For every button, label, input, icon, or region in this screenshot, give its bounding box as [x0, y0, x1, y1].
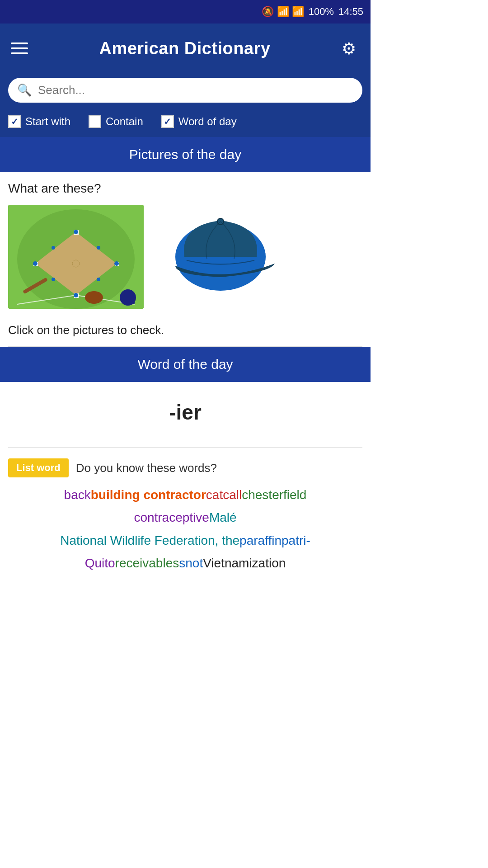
start-with-checkbox[interactable]: [8, 115, 21, 128]
word-contraceptive[interactable]: contraceptive: [134, 510, 209, 524]
list-word-row: List word Do you know these words?: [8, 458, 362, 477]
word-chesterfield[interactable]: chesterfield: [242, 488, 306, 502]
svg-point-7: [72, 260, 80, 267]
word-contractor[interactable]: contractor: [143, 488, 206, 502]
svg-rect-21: [126, 300, 135, 304]
app-header: American Dictionary ⚙: [0, 24, 371, 73]
word-building[interactable]: building: [91, 488, 140, 502]
word-section-header-text: Word of the day: [137, 357, 233, 372]
filter-row: Start with Contain Word of day: [0, 111, 371, 137]
do-you-know-text: Do you know these words?: [76, 461, 217, 475]
word-national-wildlife[interactable]: National Wildlife Federation, the: [60, 533, 239, 547]
svg-point-16: [52, 278, 55, 281]
svg-point-14: [52, 246, 55, 250]
svg-point-12: [33, 261, 38, 266]
svg-point-10: [74, 230, 78, 234]
app-title: American Dictionary: [99, 39, 270, 58]
list-word-badge[interactable]: List word: [8, 458, 69, 477]
filter-contain[interactable]: Contain: [89, 115, 143, 128]
search-container: 🔍: [0, 73, 371, 111]
svg-point-11: [114, 261, 119, 266]
start-with-label: Start with: [25, 115, 70, 128]
pictures-header-text: Pictures of the day: [129, 147, 241, 162]
word-of-day-display: -ier: [0, 382, 371, 447]
word-of-day-label: Word of day: [178, 115, 237, 128]
word-of-day-header[interactable]: Word of the day: [0, 347, 371, 382]
baseball-field-image[interactable]: [8, 205, 144, 309]
word-catcall[interactable]: catcall: [206, 488, 242, 502]
status-icons: 🔕 📶 📶: [262, 6, 304, 18]
baseball-cap-image[interactable]: [153, 205, 288, 309]
list-word-section: List word Do you know these words? backb…: [0, 448, 371, 586]
settings-icon[interactable]: ⚙: [342, 39, 360, 57]
word-vietnamization[interactable]: Vietnamization: [203, 556, 286, 570]
battery-level: 100%: [309, 6, 334, 18]
search-box: 🔍: [8, 78, 362, 103]
word-patri[interactable]: patri-: [282, 533, 310, 547]
word-snot[interactable]: snot: [179, 556, 203, 570]
search-icon: 🔍: [17, 83, 32, 97]
word-male[interactable]: Malé: [209, 510, 237, 524]
filter-word-of-day[interactable]: Word of day: [161, 115, 237, 128]
word-cloud: backbuilding contractorcatcallchesterfie…: [8, 484, 362, 575]
svg-point-13: [74, 293, 78, 297]
word-of-day-checkbox[interactable]: [161, 115, 174, 128]
pictures-row: [0, 200, 371, 318]
click-instruction: Click on the pictures to check.: [0, 318, 371, 346]
contain-checkbox[interactable]: [89, 115, 101, 128]
status-time: 14:55: [338, 6, 363, 18]
svg-point-17: [97, 278, 100, 281]
svg-point-15: [97, 246, 100, 250]
word-quito[interactable]: Quito: [85, 556, 115, 570]
menu-button[interactable]: [11, 42, 28, 54]
pictures-section-header[interactable]: Pictures of the day: [0, 137, 371, 172]
what-are-these-text: What are these?: [0, 172, 371, 200]
word-paraffin[interactable]: paraffin: [239, 533, 282, 547]
word-back[interactable]: back: [64, 488, 91, 502]
contain-label: Contain: [106, 115, 143, 128]
svg-point-19: [85, 291, 103, 304]
search-input[interactable]: [38, 83, 353, 97]
status-bar: 🔕 📶 📶 100% 14:55: [0, 0, 371, 24]
filter-start-with[interactable]: Start with: [8, 115, 70, 128]
word-receivables[interactable]: receivables: [115, 556, 179, 570]
